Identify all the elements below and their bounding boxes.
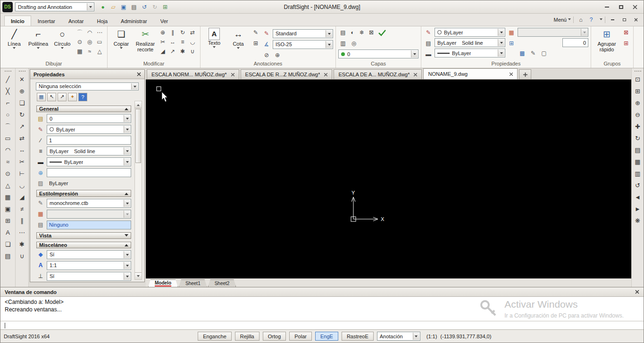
chevron-down-icon[interactable]: [87, 3, 93, 10]
rectangle-icon[interactable]: ▭: [2, 132, 14, 144]
linea-tool[interactable]: ╱ Línea: [3, 28, 25, 50]
toggle-enge[interactable]: EngE: [315, 332, 338, 341]
close-icon[interactable]: [414, 73, 417, 76]
ellipse-icon[interactable]: ◠: [85, 28, 94, 37]
zoom-window-icon[interactable]: ⊞: [632, 85, 644, 97]
prop-layer-select[interactable]: 0: [47, 114, 131, 123]
prop-printstyle-table-select[interactable]: monochrome.ctb: [47, 199, 131, 208]
mirror-icon[interactable]: ⇄: [17, 132, 28, 144]
close-icon[interactable]: [324, 73, 327, 76]
copy-icon[interactable]: ❏: [17, 97, 28, 109]
expand-icon[interactable]: [125, 234, 128, 238]
array-icon[interactable]: ⋯: [17, 227, 28, 238]
prop-linescale-input[interactable]: 1: [47, 136, 131, 145]
note-icon[interactable]: A: [2, 227, 14, 238]
confirm-check-icon[interactable]: [377, 29, 387, 36]
point-icon[interactable]: ⊙: [75, 37, 84, 47]
paper-icon[interactable]: ▢: [539, 49, 549, 58]
line-weight-icon[interactable]: ▬: [424, 49, 433, 59]
collapse-icon[interactable]: [125, 106, 128, 110]
close-icon[interactable]: [628, 2, 642, 11]
line-color-icon[interactable]: ✎: [424, 28, 433, 37]
section-estilo-impresion[interactable]: EstiloImpresión: [36, 190, 131, 196]
layer-isolate-icon[interactable]: ◐: [348, 28, 357, 37]
chevron-down-icon[interactable]: [124, 147, 130, 155]
chevron-down-icon[interactable]: [413, 333, 419, 340]
sheet-tab-modelo[interactable]: Modelo: [148, 279, 178, 287]
table-icon[interactable]: ⊞: [2, 215, 14, 227]
toggle-polar[interactable]: Polar: [289, 332, 312, 341]
chevron-down-icon[interactable]: [498, 39, 504, 46]
close-icon[interactable]: [137, 72, 141, 76]
polyline-icon[interactable]: ⌐: [2, 97, 14, 109]
prop-annotation-scale-select[interactable]: 1:1: [47, 261, 131, 270]
mirror-icon[interactable]: ⇄: [188, 28, 197, 37]
minimize-icon[interactable]: [600, 2, 613, 11]
tolerance-icon[interactable]: ⊘: [262, 50, 271, 60]
stretch-icon[interactable]: ↔: [17, 144, 28, 156]
chevron-down-icon[interactable]: [124, 262, 130, 269]
prop-linestyle-select[interactable]: ByLayerSolid line: [47, 147, 131, 155]
layer-lock-icon[interactable]: ⊠: [367, 28, 376, 37]
block-icon[interactable]: ❏: [2, 238, 14, 250]
toolbar-grip[interactable]: [5, 71, 11, 72]
help-icon[interactable]: ?: [78, 93, 87, 101]
group-edit-icon[interactable]: ⊞: [621, 39, 631, 48]
chevron-down-icon[interactable]: [61, 47, 64, 50]
tab-hoja[interactable]: Hoja: [90, 16, 114, 26]
refresh-icon[interactable]: ↻: [632, 132, 644, 144]
chevron-down-icon[interactable]: [120, 47, 123, 50]
sheet-tab-sheet2[interactable]: Sheet2: [208, 279, 236, 287]
toggle-ortog[interactable]: Ortog: [263, 332, 286, 341]
quick-help-icon[interactable]: ●: [98, 2, 108, 12]
ellipse-icon[interactable]: ◠: [2, 144, 14, 156]
doc-tab-3[interactable]: ESCALA DE A... MUÑOZ.dwg*: [334, 69, 422, 79]
realizar-recorte-tool[interactable]: ✂ Realizar recorte: [134, 28, 157, 52]
trim-icon[interactable]: ✂: [17, 156, 28, 168]
prop-misc1-select[interactable]: Sí: [47, 250, 131, 259]
ungroup-icon[interactable]: ⊠: [621, 28, 631, 37]
chevron-down-icon[interactable]: [13, 47, 16, 50]
leader-icon[interactable]: ✎: [251, 28, 260, 37]
collapse-icon[interactable]: [125, 242, 128, 246]
spline-icon[interactable]: ≈: [85, 47, 94, 56]
chevron-down-icon[interactable]: [124, 126, 130, 133]
center-mark-icon[interactable]: ⊕: [273, 50, 282, 60]
sheet-tab-sheet1[interactable]: Sheet1: [179, 279, 207, 287]
toolbar-options-icon[interactable]: ⊞: [160, 2, 170, 12]
close-icon[interactable]: [635, 290, 639, 294]
line-weight-select[interactable]: ByLayer: [435, 49, 505, 57]
tab-ver[interactable]: Ver: [154, 16, 175, 26]
image-icon[interactable]: ▤: [2, 250, 14, 262]
erase-icon[interactable]: ✕: [17, 74, 28, 85]
split-icon[interactable]: ≠: [17, 203, 28, 215]
properties-scrollbar[interactable]: [134, 101, 142, 280]
line-style-select[interactable]: ByLayer Solid line: [435, 38, 505, 47]
app-logo-icon[interactable]: DS: [2, 2, 13, 12]
prop-color-select[interactable]: ByLayer: [47, 125, 131, 134]
doc-tab-2[interactable]: ESCALA DE R...Z MUÑOZ.dwg*: [241, 69, 333, 79]
match-properties-icon[interactable]: ⊞: [507, 39, 516, 48]
prop-lineweight-select[interactable]: ByLayer: [47, 157, 131, 166]
doc-tab-active[interactable]: NONAME_9.dwg: [423, 68, 518, 79]
doc-tab-1[interactable]: ESCALA NORM... MUÑOZ.dwg*: [147, 69, 239, 79]
polygon-icon[interactable]: △: [95, 47, 104, 56]
close-icon[interactable]: [510, 73, 513, 76]
arc-icon[interactable]: ⌒: [2, 121, 14, 132]
properties-palette-header[interactable]: Propiedades: [30, 70, 144, 79]
explode-icon[interactable]: ✱: [17, 238, 28, 250]
trim-icon[interactable]: ✂: [158, 37, 167, 47]
section-vista[interactable]: Vista: [36, 232, 131, 239]
close-icon[interactable]: [231, 73, 234, 76]
toggle-rastreoe[interactable]: RastreoE: [342, 332, 374, 341]
polygon-icon[interactable]: △: [2, 180, 14, 191]
save-icon[interactable]: ▣: [119, 2, 128, 12]
scale-icon[interactable]: ↗: [17, 121, 28, 132]
layer-manager-icon[interactable]: ▤: [338, 28, 348, 37]
scroll-thumb[interactable]: [135, 109, 141, 163]
chamfer-icon[interactable]: ◢: [158, 47, 167, 56]
hatch-icon[interactable]: ▦: [2, 191, 14, 203]
weld-icon[interactable]: ∪: [17, 250, 28, 262]
zoom-extents-icon[interactable]: ⊡: [632, 74, 644, 85]
section-miscelaneo[interactable]: Misceláneo: [36, 242, 131, 248]
